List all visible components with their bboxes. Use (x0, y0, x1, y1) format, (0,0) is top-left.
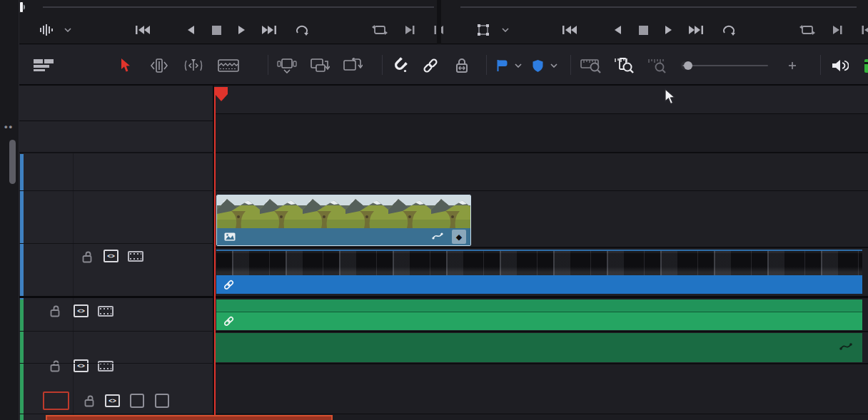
zoom-slider-handle[interactable] (684, 61, 692, 70)
toolbar-separator (570, 55, 571, 75)
toolbar-separator (820, 55, 821, 75)
clip-title-bar[interactable] (216, 312, 862, 330)
clip-filmstrip (216, 251, 862, 275)
clip-a-roll-audio[interactable] (216, 299, 862, 330)
panel-drag-handle[interactable]: •• (4, 121, 14, 132)
clip-skylines-music[interactable] (214, 333, 862, 362)
timeline-ruler[interactable] (214, 86, 868, 114)
playhead-marker[interactable] (214, 86, 228, 105)
link-icon (223, 316, 234, 327)
track-lock-icon[interactable] (50, 360, 60, 372)
loop-button[interactable] (293, 21, 311, 39)
clip-waveform (216, 299, 862, 312)
audio-tracks-strip (20, 299, 24, 420)
track-auto-select-icon[interactable]: <> (104, 250, 118, 262)
step-back-button[interactable] (181, 21, 200, 39)
marker-icon[interactable] (532, 56, 544, 76)
image-icon (224, 232, 236, 241)
track-auto-select-icon[interactable]: <> (74, 359, 89, 372)
lane-v3[interactable] (214, 153, 868, 190)
timeline-view-options-icon[interactable] (34, 56, 58, 76)
zoom-detail-icon[interactable] (614, 56, 637, 76)
stop-button[interactable] (634, 21, 652, 39)
loop-button[interactable] (720, 21, 738, 39)
transform-icon[interactable] (474, 21, 493, 39)
play-button[interactable] (660, 21, 678, 39)
zoom-slider[interactable] (684, 65, 768, 66)
track-label-a1-armed[interactable] (43, 391, 69, 410)
toolbar-separator (268, 55, 268, 75)
timeline-scrubber[interactable] (460, 6, 857, 8)
timeline-scrubber-playhead[interactable] (19, 1, 24, 13)
clip-a-roll-video[interactable] (216, 250, 862, 294)
row-separator (19, 152, 214, 153)
toolbar-separator (486, 55, 487, 75)
zoom-in-plus-icon[interactable] (787, 56, 797, 76)
source-scrubber[interactable] (43, 6, 434, 8)
keyframe-curve-icon[interactable] (839, 342, 854, 354)
audio-monitor-icon[interactable] (832, 56, 849, 76)
track-solo-button[interactable] (130, 394, 144, 408)
track-lock-icon[interactable] (50, 305, 60, 317)
track-header-panel: <> <> <> <> <> (19, 86, 214, 420)
playhead-line[interactable] (214, 87, 216, 420)
vertical-scrollbar[interactable] (9, 140, 16, 184)
chevron-down-icon[interactable] (515, 56, 522, 76)
link-clips-icon[interactable] (422, 56, 439, 76)
overwrite-clip-icon[interactable] (310, 56, 330, 76)
track-auto-select-icon[interactable]: <> (105, 394, 120, 407)
row-separator (19, 190, 214, 191)
row-separator (19, 331, 214, 332)
mouse-cursor (665, 88, 677, 108)
go-to-first-frame-button[interactable] (560, 21, 579, 39)
track-lock-icon[interactable] (84, 395, 94, 407)
lane-a3[interactable] (214, 364, 868, 414)
replace-clip-icon[interactable] (343, 56, 363, 76)
timeline-area[interactable]: ◆ (214, 86, 868, 420)
zoom-full-extent-icon[interactable] (580, 56, 603, 76)
clip-title-bar[interactable]: ◆ (217, 228, 470, 245)
transport-bar (19, 0, 868, 44)
zoom-custom-icon[interactable] (647, 56, 670, 76)
clip-couple-hiking[interactable]: ◆ (216, 195, 471, 246)
chevron-down-icon[interactable] (550, 56, 557, 76)
track-auto-select-icon[interactable]: <> (74, 304, 89, 317)
mixer-icon[interactable] (864, 56, 868, 76)
clip-title-bar[interactable] (216, 275, 862, 294)
jump-to-start-icon[interactable] (857, 21, 868, 39)
header-column-divider (73, 153, 74, 420)
loop-range-icon[interactable] (370, 21, 389, 39)
link-icon (223, 280, 234, 290)
stop-button[interactable] (207, 21, 226, 39)
edit-page: •• (0, 0, 868, 420)
step-forward-button[interactable] (687, 21, 705, 39)
play-button[interactable] (233, 21, 251, 39)
position-lock-icon[interactable] (453, 56, 470, 76)
flag-icon[interactable] (496, 56, 508, 76)
snapping-magnet-icon[interactable] (390, 56, 408, 76)
trim-edit-mode-icon[interactable] (149, 56, 169, 76)
track-lock-icon[interactable] (82, 251, 92, 263)
keyframe-diamond-icon[interactable]: ◆ (452, 230, 466, 244)
dynamic-trim-mode-icon[interactable] (183, 56, 203, 76)
selection-mode-icon[interactable] (121, 56, 131, 76)
go-to-first-frame-button[interactable] (133, 21, 152, 39)
track-enable-icon[interactable] (98, 306, 113, 317)
chevron-down-icon[interactable] (59, 21, 77, 39)
keyframe-curve-icon[interactable] (432, 232, 445, 242)
viewer-divider (437, 0, 441, 44)
chevron-down-icon[interactable] (496, 21, 515, 39)
audio-levels-icon[interactable] (38, 21, 56, 39)
mixer-fader-bar (864, 59, 868, 73)
video-audio-lane-separator (214, 296, 868, 298)
insert-clip-icon[interactable] (276, 56, 298, 76)
step-forward-button[interactable] (260, 21, 278, 39)
track-mute-button[interactable] (155, 394, 169, 408)
jump-to-end-icon[interactable] (828, 21, 847, 39)
step-back-button[interactable] (608, 21, 627, 39)
jump-to-end-icon[interactable] (400, 21, 419, 39)
razor-edit-mode-icon[interactable] (218, 56, 239, 76)
loop-range-icon[interactable] (798, 21, 817, 39)
lane-separator (214, 414, 868, 414)
track-enable-icon[interactable] (128, 251, 143, 262)
